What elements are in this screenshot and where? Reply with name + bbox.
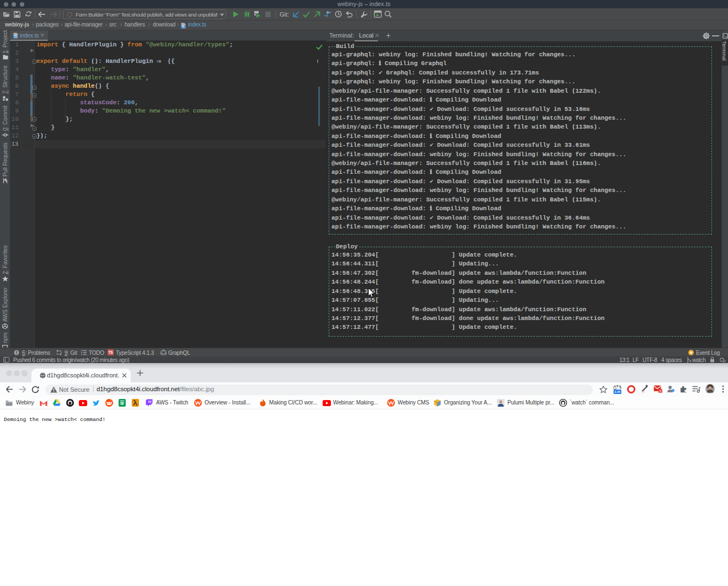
svg-text:TS: TS: [109, 350, 114, 354]
svg-text:TS: TS: [14, 35, 17, 38]
svg-text:TS: TS: [181, 25, 185, 28]
svg-text:2.25: 2.25: [614, 390, 620, 393]
